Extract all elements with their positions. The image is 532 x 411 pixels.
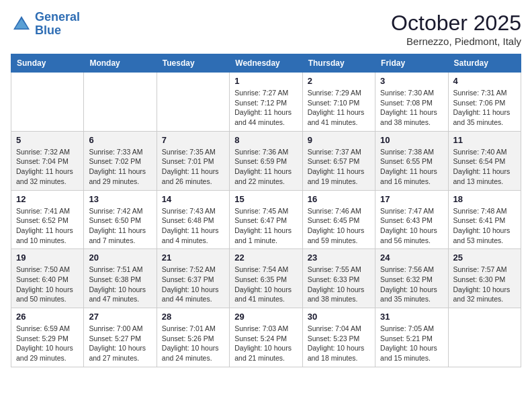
month-title: October 2025 (391, 11, 521, 36)
calendar-cell: 23Sunrise: 7:55 AM Sunset: 6:33 PM Dayli… (302, 249, 375, 308)
day-info: Sunrise: 7:27 AM Sunset: 7:12 PM Dayligh… (234, 88, 297, 128)
day-number: 4 (453, 76, 516, 86)
day-number: 27 (89, 312, 151, 322)
location-subtitle: Bernezzo, Piedmont, Italy (391, 36, 521, 47)
calendar-cell: 21Sunrise: 7:52 AM Sunset: 6:37 PM Dayli… (157, 249, 229, 308)
day-number: 19 (16, 253, 79, 263)
day-number: 31 (380, 312, 443, 322)
day-number: 30 (308, 312, 370, 322)
day-info: Sunrise: 7:33 AM Sunset: 7:02 PM Dayligh… (89, 147, 151, 187)
day-info: Sunrise: 7:29 AM Sunset: 7:10 PM Dayligh… (308, 88, 370, 128)
day-number: 13 (89, 194, 151, 204)
day-number: 21 (162, 253, 224, 263)
day-info: Sunrise: 7:37 AM Sunset: 6:57 PM Dayligh… (308, 147, 370, 187)
day-info: Sunrise: 6:59 AM Sunset: 5:29 PM Dayligh… (16, 324, 79, 363)
calendar-cell (157, 73, 229, 132)
weekday-header-cell: Monday (84, 54, 157, 73)
day-info: Sunrise: 7:35 AM Sunset: 7:01 PM Dayligh… (162, 147, 224, 187)
page-header: General Blue October 2025 Bernezzo, Pied… (11, 11, 521, 47)
day-number: 22 (234, 253, 297, 263)
calendar-cell: 24Sunrise: 7:56 AM Sunset: 6:32 PM Dayli… (375, 249, 448, 308)
calendar-cell: 3Sunrise: 7:30 AM Sunset: 7:08 PM Daylig… (375, 73, 448, 132)
weekday-header-row: SundayMondayTuesdayWednesdayThursdayFrid… (11, 54, 521, 73)
day-number: 6 (89, 135, 151, 145)
day-number: 26 (16, 312, 79, 322)
day-info: Sunrise: 7:46 AM Sunset: 6:45 PM Dayligh… (308, 206, 370, 246)
calendar-cell: 31Sunrise: 7:05 AM Sunset: 5:21 PM Dayli… (375, 308, 448, 367)
calendar-week-row: 19Sunrise: 7:50 AM Sunset: 6:40 PM Dayli… (11, 249, 521, 308)
logo: General Blue (11, 11, 80, 38)
day-number: 18 (453, 194, 516, 204)
calendar-body: 1Sunrise: 7:27 AM Sunset: 7:12 PM Daylig… (11, 73, 521, 367)
day-number: 17 (380, 194, 443, 204)
day-info: Sunrise: 7:52 AM Sunset: 6:37 PM Dayligh… (162, 265, 224, 304)
calendar-cell: 1Sunrise: 7:27 AM Sunset: 7:12 PM Daylig… (230, 73, 302, 132)
day-number: 25 (453, 253, 516, 263)
day-number: 5 (16, 135, 79, 145)
day-info: Sunrise: 7:40 AM Sunset: 6:54 PM Dayligh… (453, 147, 516, 187)
calendar-cell: 14Sunrise: 7:43 AM Sunset: 6:48 PM Dayli… (157, 190, 229, 249)
calendar-cell: 8Sunrise: 7:36 AM Sunset: 6:59 PM Daylig… (230, 131, 302, 190)
calendar-cell: 27Sunrise: 7:00 AM Sunset: 5:27 PM Dayli… (84, 308, 157, 367)
day-number: 2 (308, 76, 370, 86)
day-info: Sunrise: 7:45 AM Sunset: 6:47 PM Dayligh… (234, 206, 297, 246)
calendar-week-row: 12Sunrise: 7:41 AM Sunset: 6:52 PM Dayli… (11, 190, 521, 249)
day-info: Sunrise: 7:04 AM Sunset: 5:23 PM Dayligh… (308, 324, 370, 363)
day-info: Sunrise: 7:43 AM Sunset: 6:48 PM Dayligh… (162, 206, 224, 246)
day-info: Sunrise: 7:50 AM Sunset: 6:40 PM Dayligh… (16, 265, 79, 304)
day-info: Sunrise: 7:55 AM Sunset: 6:33 PM Dayligh… (308, 265, 370, 304)
day-info: Sunrise: 7:03 AM Sunset: 5:24 PM Dayligh… (234, 324, 297, 363)
logo-line1: General (35, 10, 80, 24)
day-info: Sunrise: 7:32 AM Sunset: 7:04 PM Dayligh… (16, 147, 79, 187)
day-number: 7 (162, 135, 224, 145)
day-info: Sunrise: 7:57 AM Sunset: 6:30 PM Dayligh… (453, 265, 516, 304)
day-info: Sunrise: 7:05 AM Sunset: 5:21 PM Dayligh… (380, 324, 443, 363)
title-area: October 2025 Bernezzo, Piedmont, Italy (391, 11, 521, 47)
day-number: 23 (308, 253, 370, 263)
calendar-cell: 26Sunrise: 6:59 AM Sunset: 5:29 PM Dayli… (11, 308, 84, 367)
calendar-cell: 17Sunrise: 7:47 AM Sunset: 6:43 PM Dayli… (375, 190, 448, 249)
day-number: 15 (234, 194, 297, 204)
logo-line2: Blue (35, 24, 61, 37)
day-info: Sunrise: 7:47 AM Sunset: 6:43 PM Dayligh… (380, 206, 443, 246)
day-info: Sunrise: 7:48 AM Sunset: 6:41 PM Dayligh… (453, 206, 516, 246)
logo-text: General Blue (35, 11, 80, 38)
calendar-table: SundayMondayTuesdayWednesdayThursdayFrid… (11, 54, 521, 367)
calendar-cell (11, 73, 84, 132)
day-number: 11 (453, 135, 516, 145)
weekday-header-cell: Tuesday (157, 54, 229, 73)
day-number: 29 (234, 312, 297, 322)
calendar-cell: 19Sunrise: 7:50 AM Sunset: 6:40 PM Dayli… (11, 249, 84, 308)
day-info: Sunrise: 7:51 AM Sunset: 6:38 PM Dayligh… (89, 265, 151, 304)
day-number: 3 (380, 76, 443, 86)
day-number: 28 (162, 312, 224, 322)
calendar-cell: 30Sunrise: 7:04 AM Sunset: 5:23 PM Dayli… (302, 308, 375, 367)
calendar-cell: 7Sunrise: 7:35 AM Sunset: 7:01 PM Daylig… (157, 131, 229, 190)
calendar-cell: 29Sunrise: 7:03 AM Sunset: 5:24 PM Dayli… (230, 308, 302, 367)
day-info: Sunrise: 7:41 AM Sunset: 6:52 PM Dayligh… (16, 206, 79, 246)
weekday-header-cell: Sunday (11, 54, 84, 73)
weekday-header-cell: Thursday (302, 54, 375, 73)
calendar-cell: 11Sunrise: 7:40 AM Sunset: 6:54 PM Dayli… (448, 131, 521, 190)
day-number: 12 (16, 194, 79, 204)
day-number: 14 (162, 194, 224, 204)
calendar-cell: 5Sunrise: 7:32 AM Sunset: 7:04 PM Daylig… (11, 131, 84, 190)
calendar-cell: 22Sunrise: 7:54 AM Sunset: 6:35 PM Dayli… (230, 249, 302, 308)
day-info: Sunrise: 7:30 AM Sunset: 7:08 PM Dayligh… (380, 88, 443, 128)
day-number: 20 (89, 253, 151, 263)
calendar-week-row: 1Sunrise: 7:27 AM Sunset: 7:12 PM Daylig… (11, 73, 521, 132)
logo-icon (11, 13, 32, 35)
calendar-cell: 6Sunrise: 7:33 AM Sunset: 7:02 PM Daylig… (84, 131, 157, 190)
day-number: 10 (380, 135, 443, 145)
calendar-cell: 13Sunrise: 7:42 AM Sunset: 6:50 PM Dayli… (84, 190, 157, 249)
day-number: 24 (380, 253, 443, 263)
day-info: Sunrise: 7:42 AM Sunset: 6:50 PM Dayligh… (89, 206, 151, 246)
calendar-cell: 12Sunrise: 7:41 AM Sunset: 6:52 PM Dayli… (11, 190, 84, 249)
weekday-header-cell: Friday (375, 54, 448, 73)
calendar-cell: 28Sunrise: 7:01 AM Sunset: 5:26 PM Dayli… (157, 308, 229, 367)
day-info: Sunrise: 7:01 AM Sunset: 5:26 PM Dayligh… (162, 324, 224, 363)
calendar-cell (448, 308, 521, 367)
calendar-cell (84, 73, 157, 132)
calendar-cell: 10Sunrise: 7:38 AM Sunset: 6:55 PM Dayli… (375, 131, 448, 190)
day-number: 8 (234, 135, 297, 145)
